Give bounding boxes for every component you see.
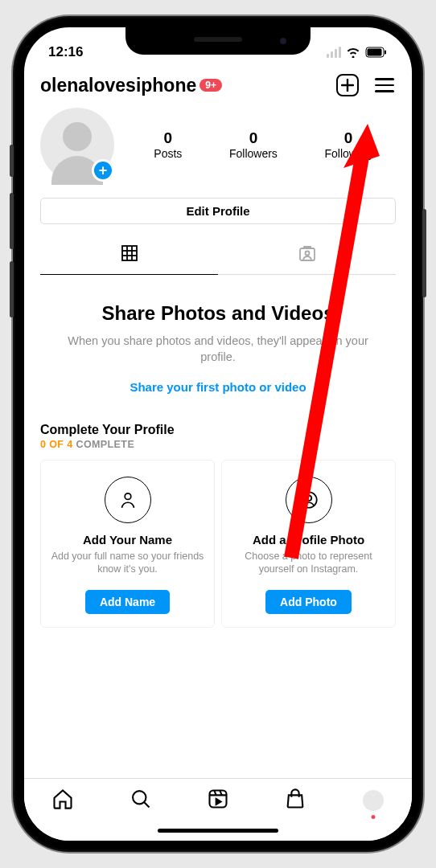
nav-home[interactable] [51, 788, 75, 813]
add-story-plus-icon[interactable]: + [92, 159, 114, 182]
avatar[interactable]: + [40, 108, 114, 182]
create-post-button[interactable] [336, 74, 359, 96]
profile-photo-icon [286, 477, 332, 523]
svg-point-12 [306, 495, 311, 501]
tab-tagged[interactable] [218, 235, 396, 275]
card-add-name: Add Your Name Add your full name so your… [40, 460, 215, 628]
person-icon [105, 477, 151, 523]
stat-following[interactable]: 0 Following [325, 129, 372, 160]
screen: 12:16 olenalovesiphone 9+ [24, 27, 412, 841]
menu-button[interactable] [373, 74, 396, 96]
notification-badge: 9+ [199, 79, 222, 92]
nav-search[interactable] [129, 788, 153, 813]
wifi-icon [346, 47, 360, 58]
share-first-link[interactable]: Share your first photo or video [56, 380, 380, 394]
svg-point-9 [305, 252, 309, 256]
notch [125, 27, 311, 55]
svg-rect-2 [385, 51, 386, 55]
power-button [422, 209, 426, 297]
complete-profile-title: Complete Your Profile [40, 423, 396, 437]
empty-title: Share Photos and Videos [56, 302, 380, 325]
home-indicator[interactable] [158, 829, 278, 833]
svg-rect-1 [368, 49, 382, 56]
grid-icon [120, 244, 139, 266]
username[interactable]: olenalovesiphone [40, 75, 196, 96]
empty-subtitle: When you share photos and videos, they'l… [56, 333, 380, 366]
hamburger-icon [375, 78, 394, 92]
svg-line-16 [144, 802, 149, 807]
tab-grid[interactable] [40, 235, 218, 275]
volume-down-button [10, 261, 14, 317]
nav-profile[interactable] [361, 788, 385, 813]
battery-icon [365, 47, 388, 58]
reels-icon [207, 788, 229, 813]
phone-frame: 12:16 olenalovesiphone 9+ [13, 16, 423, 852]
card-subtitle: Choose a photo to represent yourself on … [232, 550, 385, 577]
nav-shop[interactable] [283, 788, 307, 813]
profile-avatar-icon [363, 790, 384, 811]
card-title: Add Your Name [83, 533, 172, 547]
card-add-photo: Add a Profile Photo Choose a photo to re… [221, 460, 396, 628]
tagged-icon [298, 244, 317, 266]
svg-rect-8 [300, 248, 315, 260]
status-time: 12:16 [48, 44, 83, 60]
edit-profile-button[interactable]: Edit Profile [40, 198, 396, 224]
stat-followers[interactable]: 0 Followers [229, 129, 278, 160]
notification-dot-icon [371, 815, 375, 819]
add-name-button[interactable]: Add Name [85, 590, 170, 614]
card-title: Add a Profile Photo [253, 533, 364, 547]
home-icon [51, 788, 74, 813]
mute-switch [10, 145, 14, 177]
svg-point-10 [125, 493, 131, 499]
add-photo-button[interactable]: Add Photo [265, 590, 352, 614]
svg-rect-17 [209, 791, 226, 808]
volume-up-button [10, 193, 14, 249]
svg-point-15 [133, 791, 146, 804]
svg-rect-3 [122, 246, 137, 260]
complete-profile-progress: 0 OF 4 COMPLETE [40, 439, 396, 450]
empty-state: Share Photos and Videos When you share p… [40, 275, 396, 418]
cellular-signal-icon [327, 47, 341, 58]
stat-posts[interactable]: 0 Posts [154, 129, 182, 160]
shop-icon [284, 788, 306, 813]
card-subtitle: Add your full name so your friends know … [51, 550, 204, 577]
nav-reels[interactable] [206, 788, 230, 813]
profile-header: olenalovesiphone 9+ [40, 66, 396, 101]
search-icon [130, 788, 152, 813]
